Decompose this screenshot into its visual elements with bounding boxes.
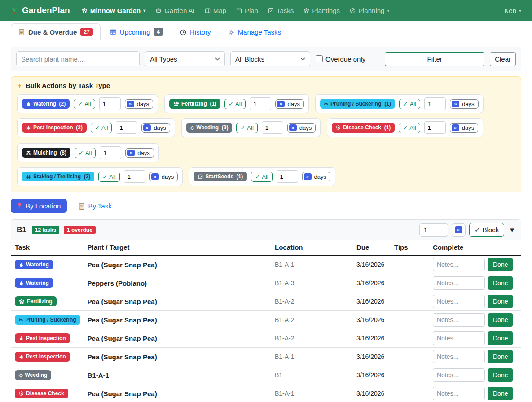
snooze-days-input-pruning[interactable] <box>424 97 446 110</box>
by-task-button[interactable]: By Task <box>79 202 111 210</box>
snooze-days-button-watering[interactable]: »days <box>125 99 153 109</box>
done-button[interactable]: Done <box>488 258 513 271</box>
complete-all-fertilizing-button[interactable]: ✓All <box>224 99 246 109</box>
done-button[interactable]: Done <box>488 313 513 327</box>
fertilizing-badge[interactable]: Fertilizing (1) <box>169 99 220 109</box>
tab-label: Manage Tasks <box>238 28 281 36</box>
nav-item-map[interactable]: Map <box>205 7 226 14</box>
notes-input[interactable] <box>433 313 485 327</box>
filter-button[interactable]: Filter <box>385 52 484 66</box>
pruning-badge[interactable]: ✂Pruning / Suckering (1) <box>320 99 395 109</box>
staking-badge[interactable]: Staking / Trellising (2) <box>22 172 94 181</box>
column-header-tips: Tips <box>391 240 429 255</box>
drop-icon <box>19 281 24 286</box>
notes-input[interactable] <box>433 350 485 363</box>
notes-input[interactable] <box>433 276 485 290</box>
watering-badge[interactable]: Watering (2) <box>22 99 70 109</box>
overdue-only-checkbox[interactable] <box>316 55 323 62</box>
complete-all-staking-button[interactable]: ✓All <box>98 172 119 182</box>
snooze-days-button-staking[interactable]: »days <box>149 172 178 181</box>
nav-item-garden-ai[interactable]: Garden AI <box>155 7 195 14</box>
snooze-days-input-startseeds[interactable] <box>277 170 298 183</box>
bulk-group-staking: Staking / Trellising (2)✓All»days <box>17 167 183 186</box>
flower-icon <box>19 299 25 305</box>
notes-input[interactable] <box>433 387 485 400</box>
overdue-only-toggle[interactable]: Overdue only <box>316 55 365 63</box>
snooze-days-input-mulching[interactable] <box>100 146 121 159</box>
block-fast-forward-button[interactable]: » <box>452 223 466 237</box>
complete-all-watering-button[interactable]: ✓All <box>74 99 95 109</box>
fertilizing-badge: Fertilizing <box>15 296 57 306</box>
task-location: B1-A-1 <box>271 255 353 274</box>
pest-badge[interactable]: Pest Inspection (2) <box>22 123 87 133</box>
nav-item-tasks[interactable]: Tasks <box>268 7 294 14</box>
tab-due-overdue[interactable]: Due & Overdue27 <box>11 23 101 40</box>
snooze-days-button-startseeds[interactable]: »days <box>302 172 330 181</box>
search-input[interactable] <box>16 51 140 66</box>
column-header-location: Location <box>271 240 353 255</box>
complete-block-button[interactable]: ✓ Block <box>469 223 504 237</box>
complete-all-pruning-button[interactable]: ✓All <box>399 99 420 109</box>
snooze-days-input-weeding[interactable] <box>262 121 283 134</box>
snooze-days-input-watering[interactable] <box>99 97 121 110</box>
tab-history[interactable]: History <box>172 24 219 40</box>
done-button[interactable]: Done <box>488 331 513 345</box>
done-button[interactable]: Done <box>488 387 513 400</box>
nav-item-plantings[interactable]: Plantings <box>303 7 340 14</box>
block-select[interactable]: All Blocks <box>230 51 310 66</box>
complete-all-mulching-button[interactable]: ✓All <box>75 148 96 158</box>
plant-target: Peppers (Poblano) <box>84 274 271 292</box>
tasks-table: TaskPlant / TargetLocationDueTipsComplet… <box>11 240 521 402</box>
notes-input[interactable] <box>433 258 485 271</box>
weeding-badge: ◇Weeding <box>15 370 51 380</box>
done-button[interactable]: Done <box>488 295 513 308</box>
done-button[interactable]: Done <box>488 368 513 382</box>
tasks-count-badge: 12 tasks <box>32 226 59 234</box>
chevron-down-icon <box>300 57 305 61</box>
map-icon <box>205 8 211 13</box>
snooze-days-input-pest[interactable] <box>116 121 137 134</box>
task-type-label: Watering <box>26 280 49 286</box>
done-button[interactable]: Done <box>488 276 513 290</box>
task-type-label: Fertilizing (1) <box>181 101 216 107</box>
snooze-days-button-pest[interactable]: »days <box>141 123 170 133</box>
collapse-block-icon[interactable]: ▼ <box>509 226 515 234</box>
app-brand[interactable]: GardenPlan <box>11 5 70 15</box>
snooze-days-input-staking[interactable] <box>124 170 145 183</box>
task-location: B1-A-1 <box>271 348 353 366</box>
disease-badge[interactable]: Disease Check (1) <box>332 123 395 133</box>
complete-all-pest-button[interactable]: ✓All <box>91 123 112 133</box>
notes-input[interactable] <box>433 368 485 382</box>
snooze-days-button-disease[interactable]: »days <box>450 123 478 133</box>
user-menu[interactable]: Ken ▾ <box>504 7 521 14</box>
complete-all-weeding-button[interactable]: ✓All <box>236 123 257 133</box>
clear-button[interactable]: Clear <box>490 52 516 66</box>
task-type-label: Pest Inspection (2) <box>33 124 83 131</box>
top-navbar: GardenPlan Minnow Garden▾Garden AIMapPla… <box>0 0 532 21</box>
snooze-days-input-disease[interactable] <box>424 121 446 134</box>
tab-manage-tasks[interactable]: Manage Tasks <box>220 24 289 40</box>
nav-item-planning[interactable]: Planning▾ <box>350 7 389 14</box>
by-location-button[interactable]: By Location <box>11 199 67 213</box>
nav-item-garden-select[interactable]: Minnow Garden▾ <box>82 7 146 14</box>
weeding-badge[interactable]: ◇Weeding (9) <box>186 123 233 133</box>
snooze-days-input-fertilizing[interactable] <box>250 97 271 110</box>
complete-all-startseeds-button[interactable]: ✓All <box>251 172 272 182</box>
done-button[interactable]: Done <box>488 350 513 363</box>
due-date: 3/16/2026 <box>353 329 391 348</box>
layers-icon <box>26 150 31 155</box>
complete-all-disease-button[interactable]: ✓All <box>399 123 420 133</box>
startseeds-badge[interactable]: StartSeeds (1) <box>194 172 247 181</box>
snooze-days-button-pruning[interactable]: »days <box>450 99 478 109</box>
notes-input[interactable] <box>433 331 485 345</box>
nav-item-plan[interactable]: Plan <box>236 7 258 14</box>
snooze-days-button-fertilizing[interactable]: »days <box>275 99 303 109</box>
notes-input[interactable] <box>433 295 485 308</box>
snooze-days-button-weeding[interactable]: »days <box>287 123 316 133</box>
block-days-input[interactable] <box>419 223 448 237</box>
diamond-icon: ◇ <box>190 125 194 130</box>
tab-upcoming[interactable]: Upcoming4 <box>102 23 171 40</box>
type-select[interactable]: All Types <box>145 51 225 66</box>
mulching-badge[interactable]: Mulching (8) <box>22 148 70 158</box>
snooze-days-button-mulching[interactable]: »days <box>125 148 154 158</box>
